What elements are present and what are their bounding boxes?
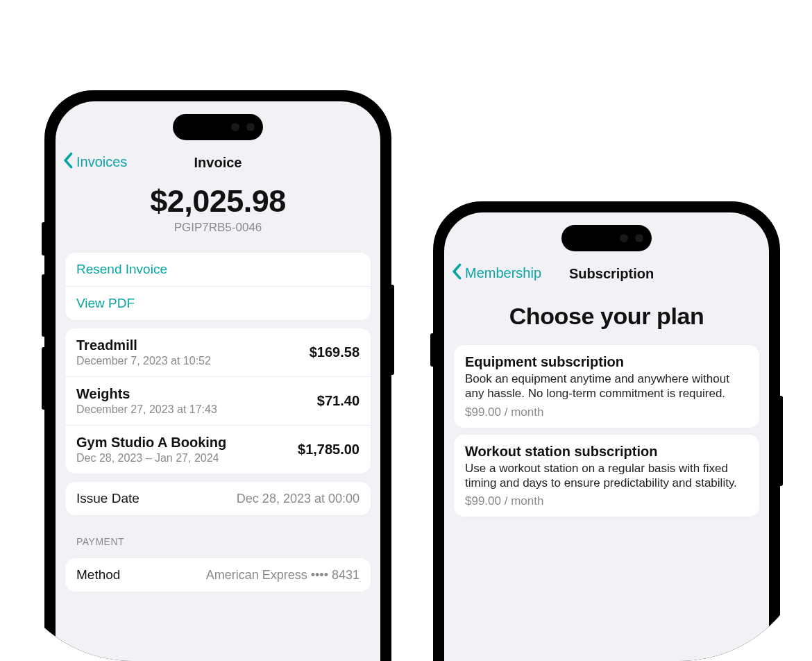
resend-invoice-button[interactable]: Resend Invoice — [65, 253, 371, 287]
line-item[interactable]: Gym Studio A Booking Dec 28, 2023 – Jan … — [65, 426, 371, 474]
payment-method-value: American Express •••• 8431 — [206, 568, 360, 583]
issue-date-label: Issue Date — [76, 491, 139, 506]
item-price: $169.58 — [310, 344, 360, 360]
view-pdf-button[interactable]: View PDF — [65, 287, 371, 320]
plan-description: Book an equipment anytime and anywhere w… — [465, 371, 748, 401]
view-pdf-label: View PDF — [76, 296, 135, 311]
marketing-canvas: Invoices Invoice $2,025.98 PGIP7RB5-0046… — [0, 0, 812, 661]
plan-description: Use a workout station on a regular basis… — [465, 461, 748, 491]
payment-section-label: PAYMENT — [56, 524, 380, 550]
item-subtitle: December 27, 2023 at 17:43 — [76, 403, 217, 416]
back-label: Membership — [465, 265, 541, 281]
line-item[interactable]: Weights December 27, 2023 at 17:43 $71.4… — [65, 377, 371, 426]
dynamic-island — [561, 225, 652, 251]
invoice-total: $2,025.98 PGIP7RB5-0046 — [56, 178, 380, 244]
plan-price: $99.00 / month — [465, 405, 748, 419]
plan-price: $99.00 / month — [465, 494, 748, 508]
plan-option-workout-station[interactable]: Workout station subscription Use a worko… — [454, 435, 759, 517]
issue-date-row: Issue Date Dec 28, 2023 at 00:00 — [65, 482, 371, 515]
chevron-left-icon — [451, 263, 464, 283]
payment-method-row[interactable]: Method American Express •••• 8431 — [65, 558, 371, 592]
line-item[interactable]: Treadmill December 7, 2023 at 10:52 $169… — [65, 328, 371, 377]
item-price: $1,785.00 — [298, 442, 360, 458]
item-subtitle: December 7, 2023 at 10:52 — [76, 355, 211, 367]
back-button[interactable]: Membership — [451, 263, 541, 283]
phone-side-button — [430, 333, 434, 367]
back-label: Invoices — [76, 154, 127, 170]
payment-method-label: Method — [76, 567, 120, 583]
invoice-actions-card: Resend Invoice View PDF — [65, 253, 371, 320]
invoice-amount: $2,025.98 — [56, 183, 380, 219]
issue-date-value: Dec 28, 2023 at 00:00 — [237, 492, 360, 506]
item-subtitle: Dec 28, 2023 – Jan 27, 2024 — [76, 452, 226, 465]
payment-card: Method American Express •••• 8431 — [65, 558, 371, 592]
phone-side-button — [42, 347, 46, 410]
item-title: Gym Studio A Booking — [76, 435, 226, 451]
phone-side-button — [390, 285, 394, 375]
plan-title: Equipment subscription — [465, 354, 748, 370]
plan-heading: Choose your plan — [444, 289, 769, 338]
phone-side-button — [779, 396, 783, 486]
phone-side-button — [42, 274, 46, 337]
item-title: Treadmill — [76, 337, 211, 353]
item-title: Weights — [76, 386, 217, 402]
issue-date-card: Issue Date Dec 28, 2023 at 00:00 — [65, 482, 371, 515]
phone-invoice: Invoices Invoice $2,025.98 PGIP7RB5-0046… — [44, 90, 391, 661]
line-items-card: Treadmill December 7, 2023 at 10:52 $169… — [65, 328, 371, 474]
back-button[interactable]: Invoices — [62, 152, 127, 172]
item-price: $71.40 — [317, 393, 360, 409]
resend-label: Resend Invoice — [76, 262, 167, 277]
plan-option-equipment[interactable]: Equipment subscription Book an equipment… — [454, 345, 759, 428]
plan-title: Workout station subscription — [465, 444, 748, 460]
chevron-left-icon — [62, 152, 75, 172]
phone-side-button — [42, 222, 46, 256]
dynamic-island — [173, 114, 263, 140]
phone-subscription: Membership Subscription Choose your plan… — [433, 201, 780, 661]
invoice-reference: PGIP7RB5-0046 — [56, 221, 380, 235]
